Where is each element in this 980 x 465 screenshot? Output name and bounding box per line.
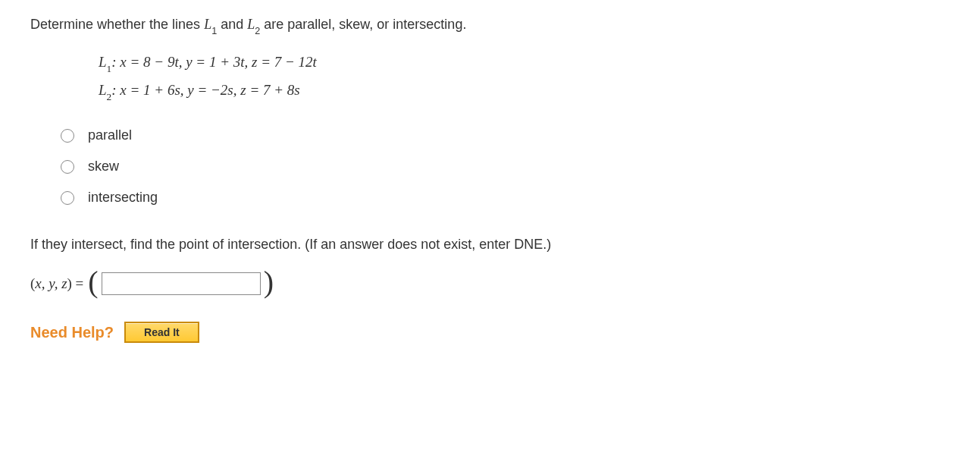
question-prompt: Determine whether the lines L1 and L2 ar… (30, 15, 950, 36)
option-skew: skew (61, 151, 950, 182)
radio-parallel[interactable] (61, 129, 74, 143)
intersection-input[interactable] (102, 272, 261, 295)
l2-symbol: L (247, 17, 255, 32)
prompt-prefix: Determine whether the lines (30, 17, 204, 32)
equation-line-2: L2: x = 1 + 6s, y = −2s, z = 7 + 8s (99, 77, 950, 105)
l1-symbol: L (204, 17, 211, 32)
option-parallel: parallel (61, 120, 950, 151)
answer-label: (x, y, z) = (30, 275, 83, 292)
read-it-button[interactable]: Read It (124, 322, 199, 343)
radio-skew[interactable] (61, 160, 74, 174)
prompt-suffix: are parallel, skew, or intersecting. (264, 17, 466, 32)
eq-l2-label: L (99, 82, 107, 98)
l2-subscript: 2 (255, 26, 260, 36)
equation-line-1: L1: x = 8 − 9t, y = 1 + 3t, z = 7 − 12t (99, 49, 950, 77)
radio-intersecting[interactable] (61, 191, 74, 205)
answer-row: (x, y, z) = ( ) (30, 269, 950, 299)
eq-l2-text: : x = 1 + 6s, y = −2s, z = 7 + 8s (111, 82, 299, 98)
eq-l1-text: : x = 8 − 9t, y = 1 + 3t, z = 7 − 12t (111, 54, 317, 70)
big-paren-close: ) (264, 267, 274, 297)
answer-vars: x, y, z (35, 275, 67, 291)
eq-l1-label: L (99, 54, 107, 70)
options-group: parallel skew intersecting (61, 120, 950, 213)
answer-label-tail: ) = (67, 275, 84, 291)
need-help-label: Need Help? (30, 324, 114, 341)
big-paren-open: ( (88, 267, 98, 297)
option-parallel-label: parallel (88, 127, 132, 143)
option-intersecting: intersecting (61, 182, 950, 213)
l1-subscript: 1 (211, 26, 217, 36)
need-help-row: Need Help? Read It (30, 322, 950, 343)
equations-block: L1: x = 8 − 9t, y = 1 + 3t, z = 7 − 12t … (99, 49, 950, 105)
option-skew-label: skew (88, 159, 119, 174)
option-intersecting-label: intersecting (88, 190, 158, 206)
eq-l2-sub: 2 (107, 91, 112, 102)
followup-prompt: If they intersect, find the point of int… (30, 234, 950, 255)
prompt-and: and (221, 17, 247, 32)
eq-l1-sub: 1 (107, 63, 112, 74)
